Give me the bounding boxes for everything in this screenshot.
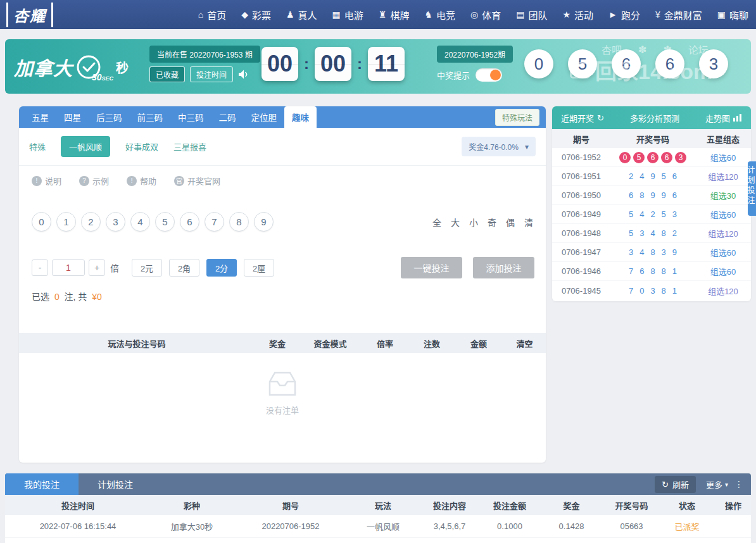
summary-prefix: 已选 xyxy=(32,292,49,302)
draw-period: 0706-1952 xyxy=(552,153,610,162)
draw-combo: 组选120 xyxy=(695,170,751,182)
draw-combo: 组选60 xyxy=(695,246,751,258)
bonus-select[interactable]: 奖金4.76-0.0% ▾ xyxy=(462,137,536,156)
column-header: 期号 xyxy=(552,133,610,145)
number-ball-3[interactable]: 3 xyxy=(106,212,125,232)
unit-2li-button[interactable]: 2厘 xyxy=(244,259,274,277)
refresh-icon: ↻ xyxy=(597,113,604,123)
number-ball-2[interactable]: 2 xyxy=(81,212,101,232)
quick-big[interactable]: 大 xyxy=(451,216,460,228)
tab-recent-draws[interactable]: 近期开奖 ↻ xyxy=(561,112,604,124)
draw-digit: 3 xyxy=(650,286,655,296)
one-key-bet-button[interactable]: 一键投注 xyxy=(401,257,462,278)
draw-digit: 5 xyxy=(629,209,633,219)
nav-item-chess[interactable]: ♜ 棋牌 xyxy=(371,0,417,29)
quick-clear[interactable]: 清 xyxy=(524,216,533,228)
bet-period: 20220706-1952 xyxy=(233,521,348,531)
nav-item-home[interactable]: ⌂ 首页 xyxy=(191,0,234,29)
nav-item-sports[interactable]: ◎ 体育 xyxy=(463,0,508,29)
speaker-icon[interactable] xyxy=(238,70,249,79)
subtab-special[interactable]: 特殊 xyxy=(29,140,46,153)
draw-combo: 组选60 xyxy=(695,265,751,277)
draw-digit: 2 xyxy=(672,228,677,238)
nav-item-team[interactable]: ▤ 团队 xyxy=(508,0,555,29)
draw-digit: 8 xyxy=(662,286,666,296)
number-ball-0[interactable]: 0 xyxy=(32,212,51,232)
column-header: 投注时间 xyxy=(5,499,151,511)
win-tip-toggle[interactable] xyxy=(476,68,502,82)
subtab-triple-joy[interactable]: 三星报喜 xyxy=(173,140,206,153)
tab-four-star[interactable]: 四星 xyxy=(56,106,89,128)
number-ball-6[interactable]: 6 xyxy=(180,212,199,232)
nav-item-egames[interactable]: ▦ 电游 xyxy=(325,0,371,29)
subtab-smooth-sailing[interactable]: 一帆风顺 xyxy=(61,136,110,157)
favorite-button[interactable]: 已收藏 xyxy=(149,66,185,82)
draw-digit: 9 xyxy=(650,172,655,181)
number-ball-7[interactable]: 7 xyxy=(205,212,224,232)
draw-digit: 4 xyxy=(639,247,644,257)
draw-row: 0706-1949 5 4 2 5 3 组选60 xyxy=(552,205,751,224)
example-link[interactable]: ? 示例 xyxy=(79,175,109,187)
column-header: 操作 xyxy=(715,499,751,511)
nav-item-wealth[interactable]: ¥ 金鼎财富 xyxy=(648,0,710,29)
number-ball-8[interactable]: 8 xyxy=(229,212,249,232)
tab-last-three[interactable]: 后三码 xyxy=(89,106,130,128)
tab-position[interactable]: 定位胆 xyxy=(244,106,285,128)
my-bets-header: 投注时间 彩种 期号 玩法 投注内容 投注金额 奖金 开奖号码 状态 操作 xyxy=(5,495,751,515)
quick-even[interactable]: 偶 xyxy=(506,216,515,228)
nav-item-chat[interactable]: ▣ 嗨聊 xyxy=(710,0,756,29)
draw-period: 0706-1945 xyxy=(552,286,610,296)
special-play-button[interactable]: 特殊玩法 xyxy=(495,109,539,126)
number-ball-1[interactable]: 1 xyxy=(56,212,76,232)
tab-plan-bets[interactable]: 计划投注 xyxy=(79,473,152,495)
multiplier-minus-button[interactable]: - xyxy=(32,259,48,276)
multiplier-plus-button[interactable]: + xyxy=(89,259,105,276)
number-ball-5[interactable]: 5 xyxy=(155,212,175,232)
helper-label: 示例 xyxy=(92,175,109,187)
nav-item-live[interactable]: ♟ 真人 xyxy=(279,0,325,29)
tab-my-bets[interactable]: 我的投注 xyxy=(5,473,79,495)
nav-label: 嗨聊 xyxy=(729,8,748,22)
nav-item-activity[interactable]: ★ 活动 xyxy=(555,0,601,29)
draw-digit: 8 xyxy=(650,266,655,276)
nav-item-esports[interactable]: ♞ 电竞 xyxy=(417,0,463,29)
nav-label: 棋牌 xyxy=(390,8,409,22)
number-ball-9[interactable]: 9 xyxy=(254,212,274,232)
quick-all[interactable]: 全 xyxy=(432,216,441,228)
quick-odd[interactable]: 奇 xyxy=(488,216,496,228)
tab-analysis[interactable]: 多彩分析预测 xyxy=(630,112,679,124)
multiplier-input[interactable] xyxy=(52,259,85,276)
quick-small[interactable]: 小 xyxy=(469,216,478,228)
unit-2yuan-button[interactable]: 2元 xyxy=(132,259,162,277)
tab-trend-chart[interactable]: 走势图 xyxy=(705,112,742,124)
tab-fun[interactable]: 趣味 xyxy=(284,106,317,128)
unit-2fen-button[interactable]: 2分 xyxy=(206,259,237,277)
tab-first-three[interactable]: 前三码 xyxy=(130,106,171,128)
column-header: 倍率 xyxy=(360,337,410,349)
bet-time-button[interactable]: 投注时间 xyxy=(190,66,233,82)
nav-label: 金鼎财富 xyxy=(664,8,702,22)
more-button[interactable]: 更多 ▾ xyxy=(706,478,728,490)
bet-slip-table: 玩法与投注号码 奖金 资金模式 倍率 注数 金额 清空 没有注单 xyxy=(19,333,546,416)
draw-digit: 4 xyxy=(639,209,644,219)
help-link[interactable]: ! 帮助 xyxy=(127,175,156,187)
subtab-double-happiness[interactable]: 好事成双 xyxy=(125,140,158,153)
draw-row: 0706-1947 3 4 8 3 9 组选60 xyxy=(552,243,751,262)
unit-2jiao-button[interactable]: 2角 xyxy=(169,259,199,277)
tab-two-code[interactable]: 二码 xyxy=(211,106,244,128)
nav-item-lottery[interactable]: ◆ 彩票 xyxy=(234,0,279,29)
number-ball-4[interactable]: 4 xyxy=(130,212,150,232)
main-nav: ⌂ 首页 ◆ 彩票 ♟ 真人 ▦ 电游 ♜ 棋牌 ♞ 电竞 ◎ 体育 ▤ 团队 xyxy=(191,0,756,29)
plan-bet-side-tab[interactable]: 计划投注 xyxy=(748,161,756,216)
tab-middle-three[interactable]: 中三码 xyxy=(170,106,211,128)
instructions-link[interactable]: ! 说明 xyxy=(32,175,61,187)
official-site-link[interactable]: 官 开奖官网 xyxy=(174,175,220,187)
add-bet-button[interactable]: 添加投注 xyxy=(473,257,534,278)
site-logo[interactable]: 杏耀 xyxy=(6,3,53,27)
refresh-button[interactable]: ↻ 刷新 xyxy=(655,476,696,493)
nav-item-score[interactable]: ► 跑分 xyxy=(601,0,648,29)
result-ball: 5 xyxy=(568,49,597,78)
draw-digit: 9 xyxy=(650,190,655,200)
tab-five-star[interactable]: 五星 xyxy=(24,106,56,128)
kebab-menu-icon[interactable]: ⋮ xyxy=(734,479,743,489)
